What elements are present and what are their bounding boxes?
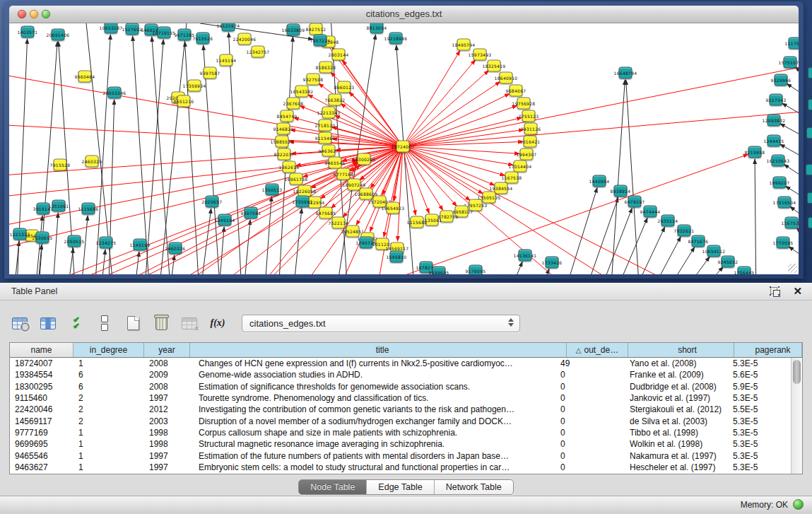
- cell-short[interactable]: Wolkin et al. (1998): [617, 439, 723, 449]
- graph-node[interactable]: 13505135: [483, 192, 496, 204]
- cell-out_degree[interactable]: 49: [555, 358, 617, 368]
- table-mode-icon[interactable]: [10, 314, 30, 332]
- network-canvas[interactable]: 1872400718300295842751292428482803144818…: [9, 23, 799, 274]
- graph-node[interactable]: 1117531: [789, 37, 799, 49]
- graph-node[interactable]: 9560464: [78, 71, 92, 83]
- graph-node[interactable]: 6479197: [628, 196, 642, 208]
- graph-node[interactable]: 9397587: [204, 67, 217, 79]
- cell-year[interactable]: 2008: [144, 358, 190, 368]
- cell-short[interactable]: Stergiakouli et al. (2012): [617, 404, 723, 414]
- table-row[interactable]: 969969511998Structural magnetic resonanc…: [10, 438, 791, 450]
- cell-out_degree[interactable]: 0: [555, 462, 617, 472]
- cell-short[interactable]: Dudbridge et al. (2008): [617, 382, 723, 392]
- graph-node[interactable]: 1345194: [218, 214, 232, 226]
- graph-node[interactable]: 1016421: [524, 136, 537, 148]
- graph-node[interactable]: 9329966: [775, 74, 788, 86]
- graph-node[interactable]: 7755123: [522, 110, 536, 122]
- cell-title[interactable]: Genome-wide association studies in ADHD.: [190, 370, 555, 380]
- resize-grip[interactable]: [788, 264, 797, 273]
- graph-node[interactable]: 1770595: [777, 237, 790, 249]
- graph-node[interactable]: 1403571: [21, 26, 35, 38]
- graph-node[interactable]: 10653287: [105, 23, 118, 34]
- cell-in_degree[interactable]: 1: [73, 462, 144, 472]
- cell-short[interactable]: Hescheler et al. (1997): [617, 462, 723, 472]
- graph-node[interactable]: 14136141: [519, 250, 532, 262]
- graph-node[interactable]: 9176095: [469, 265, 483, 275]
- cell-short[interactable]: Nakamura et al. (1997): [617, 451, 723, 461]
- graph-node[interactable]: 8660123: [338, 81, 351, 93]
- graph-node[interactable]: 1145194: [220, 54, 233, 66]
- cell-year[interactable]: 2009: [144, 370, 190, 380]
- cell-out_degree[interactable]: 0: [555, 393, 617, 403]
- cell-title[interactable]: Tourette syndrome. Phenomenology and cla…: [190, 393, 555, 403]
- graph-node[interactable]: 9465546: [329, 157, 342, 169]
- function-builder-icon[interactable]: f(x): [208, 314, 228, 332]
- graph-node[interactable]: 2050515: [68, 235, 81, 247]
- graph-node[interactable]: 7915528: [54, 159, 67, 171]
- graph-node[interactable]: 9115460: [319, 132, 332, 144]
- cell-pagerank[interactable]: 5.3E-5: [723, 428, 791, 438]
- graph-node[interactable]: 18907249: [348, 179, 361, 191]
- graph-node[interactable]: 1115686: [82, 203, 95, 215]
- graph-node[interactable]: 19654923: [387, 202, 400, 214]
- cell-out_degree[interactable]: 0: [555, 404, 617, 414]
- graph-node[interactable]: 16648784: [619, 67, 632, 79]
- cell-title[interactable]: Corpus callosum shape and size in male p…: [190, 428, 555, 438]
- cell-in_degree[interactable]: 6: [73, 382, 144, 392]
- cell-name[interactable]: 9463627: [10, 462, 73, 472]
- cell-in_degree[interactable]: 1: [73, 439, 144, 449]
- cell-name[interactable]: 9115460: [10, 393, 73, 403]
- graph-node[interactable]: 2803144: [332, 49, 346, 61]
- graph-node[interactable]: 8427512: [310, 23, 323, 35]
- cell-name[interactable]: 18300295: [10, 382, 73, 392]
- graph-node[interactable]: 19384554: [495, 182, 508, 194]
- memory-status-light[interactable]: [793, 499, 804, 510]
- graph-node[interactable]: 8471676: [692, 235, 705, 247]
- graph-node[interactable]: 1695810: [390, 251, 404, 263]
- delete-column-icon[interactable]: [151, 314, 171, 332]
- graph-node[interactable]: 15751074: [784, 57, 797, 69]
- column-header-in_degree[interactable]: in_degree: [73, 343, 144, 357]
- table-row[interactable]: 946362711997Embryonic stem cells: a mode…: [10, 462, 791, 473]
- graph-node[interactable]: 20053346: [108, 87, 122, 99]
- cell-in_degree[interactable]: 1: [73, 451, 144, 461]
- graph-node[interactable]: 12093832: [767, 115, 781, 127]
- graph-node[interactable]: 1440954: [593, 175, 606, 187]
- graph-node[interactable]: 16121974: [222, 23, 235, 32]
- cell-short[interactable]: Jankovic et al. (1997): [617, 393, 723, 403]
- scrollbar-thumb[interactable]: [793, 360, 801, 384]
- graph-node[interactable]: 12342757: [252, 46, 265, 58]
- graph-node[interactable]: 8938924: [614, 185, 628, 197]
- cell-title[interactable]: Embryonic stem cells: a model to study s…: [190, 462, 555, 472]
- cell-short[interactable]: Yano et al. (2008): [617, 358, 723, 368]
- graph-node[interactable]: 9671385: [178, 29, 192, 41]
- graph-node[interactable]: 9327508: [307, 74, 320, 86]
- graph-node[interactable]: 17359934: [188, 80, 201, 92]
- graph-node[interactable]: 1115680: [411, 216, 424, 228]
- cell-year[interactable]: 1998: [144, 439, 190, 449]
- graph-node[interactable]: 19218986: [389, 33, 403, 45]
- graph-node[interactable]: 7615526: [196, 33, 210, 45]
- graph-node[interactable]: 19756928: [517, 98, 531, 110]
- new-column-icon[interactable]: [123, 314, 143, 332]
- cell-title[interactable]: Estimation of significance thresholds fo…: [190, 382, 555, 392]
- graph-node[interactable]: 16033809: [287, 24, 300, 36]
- graph-node[interactable]: 9245652: [722, 256, 735, 268]
- graph-node[interactable]: 1706445: [738, 267, 751, 275]
- cell-year[interactable]: 2003: [144, 416, 190, 426]
- graph-node[interactable]: 8475685: [319, 207, 333, 219]
- network-selector-dropdown[interactable]: citations_edges.txt: [242, 315, 520, 332]
- graph-node[interactable]: 8454749: [281, 110, 294, 122]
- graph-node[interactable]: 9227343: [770, 94, 783, 106]
- graph-node[interactable]: 16543382: [295, 86, 309, 98]
- table-row[interactable]: 1872400712008Changes of HCN gene express…: [10, 358, 791, 369]
- network-window[interactable]: citations_edges.txt 18724007183002958427…: [4, 1, 804, 279]
- graph-node[interactable]: 1795725: [360, 237, 373, 249]
- cell-pagerank[interactable]: 5.5E-5: [723, 404, 791, 414]
- graph-node[interactable]: 18495794: [457, 39, 471, 51]
- cell-in_degree[interactable]: 6: [73, 370, 144, 380]
- close-panel-icon[interactable]: ✕: [793, 285, 802, 298]
- table-row[interactable]: 1830029562008Estimation of significance …: [10, 381, 791, 392]
- graph-node[interactable]: 8651216: [177, 95, 191, 107]
- graph-node[interactable]: 16210643: [772, 155, 785, 167]
